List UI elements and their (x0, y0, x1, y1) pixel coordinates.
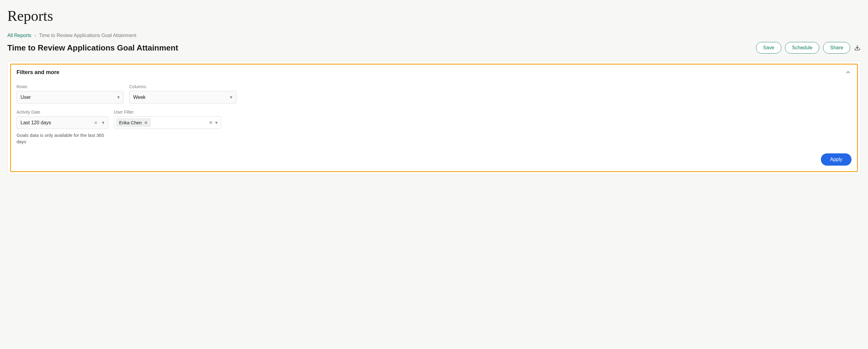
report-header: Time to Review Applications Goal Attainm… (7, 42, 861, 54)
breadcrumb-current: Time to Review Applications Goal Attainm… (39, 33, 136, 38)
activity-date-clear[interactable]: ✕ (94, 120, 98, 125)
apply-row: Apply (17, 153, 851, 166)
collapse-toggle[interactable] (845, 69, 851, 76)
caret-down-icon: ▾ (102, 120, 104, 125)
page-title: Reports (7, 7, 861, 24)
activity-date-value: Last 120 days (21, 120, 51, 125)
caret-down-icon: ▾ (230, 94, 232, 100)
activity-date-hint: Goals data is only available for the las… (17, 132, 108, 145)
user-filter-field: User Filter Erika Chen ✕ ✕ ▾ (114, 110, 221, 129)
rows-select[interactable]: User ▾ (17, 91, 124, 104)
rows-label: Rows (17, 84, 124, 89)
save-button[interactable]: Save (756, 42, 781, 54)
caret-down-icon: ▾ (215, 120, 218, 125)
filter-row-2: Activity Date Last 120 days ✕ ▾ User Fil… (17, 110, 851, 129)
breadcrumb-root-link[interactable]: All Reports (7, 33, 31, 38)
user-filter-chip-label: Erika Chen (119, 120, 142, 125)
user-filter-select[interactable]: Erika Chen ✕ ✕ ▾ (114, 116, 221, 129)
columns-label: Columns (129, 84, 236, 89)
caret-down-icon: ▾ (117, 94, 120, 100)
chip-remove-icon[interactable]: ✕ (144, 120, 148, 125)
user-filter-controls: ✕ ▾ (209, 120, 218, 125)
rows-field: Rows User ▾ (17, 84, 124, 104)
filters-panel-title: Filters and more (17, 69, 59, 76)
rows-value: User (21, 95, 31, 100)
activity-date-label: Activity Date (17, 110, 108, 115)
chevron-right-icon: › (34, 33, 36, 38)
user-filter-clear[interactable]: ✕ (209, 120, 213, 125)
activity-date-select[interactable]: Last 120 days ✕ ▾ (17, 116, 108, 129)
header-actions: Save Schedule Share (756, 42, 861, 54)
share-button[interactable]: Share (823, 42, 850, 54)
user-filter-label: User Filter (114, 110, 221, 115)
activity-date-field: Activity Date Last 120 days ✕ ▾ (17, 110, 108, 129)
filter-row-1: Rows User ▾ Columns Week ▾ (17, 84, 851, 104)
breadcrumb: All Reports › Time to Review Application… (7, 33, 861, 38)
columns-field: Columns Week ▾ (129, 84, 236, 104)
report-title: Time to Review Applications Goal Attainm… (7, 43, 178, 53)
columns-select[interactable]: Week ▾ (129, 91, 236, 104)
apply-button[interactable]: Apply (821, 153, 851, 166)
schedule-button[interactable]: Schedule (785, 42, 819, 54)
user-filter-chip: Erika Chen ✕ (116, 118, 151, 127)
filters-panel: Filters and more Rows User ▾ Columns Wee… (7, 61, 861, 175)
filters-panel-highlight: Filters and more Rows User ▾ Columns Wee… (10, 64, 858, 172)
download-icon[interactable] (854, 45, 861, 51)
filters-panel-header: Filters and more (17, 69, 851, 76)
columns-value: Week (133, 95, 146, 100)
